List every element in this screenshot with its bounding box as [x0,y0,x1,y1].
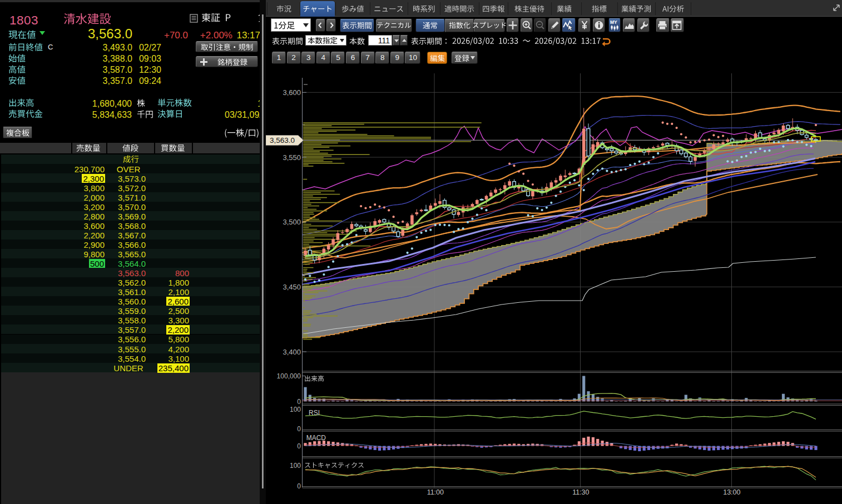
svg-text:RSI: RSI [309,409,320,417]
svg-text:0: 0 [297,398,301,406]
svg-text:3,600: 3,600 [283,88,301,97]
svg-text:MACD: MACD [306,434,326,442]
svg-text:11:30: 11:30 [572,488,589,496]
svg-text:3,400: 3,400 [283,348,301,356]
svg-text:0: 0 [297,482,301,490]
svg-text:100: 100 [290,462,301,470]
svg-text:3,550: 3,550 [283,153,301,162]
svg-text:0: 0 [297,442,301,450]
svg-text:MY: MY [610,19,617,25]
svg-text:11:00: 11:00 [427,488,444,496]
svg-text:100: 100 [290,406,301,413]
svg-text:0: 0 [297,425,301,433]
svg-text:3,500: 3,500 [283,218,301,226]
svg-text:3,450: 3,450 [283,283,301,291]
svg-text:13:00: 13:00 [723,488,740,496]
svg-text:3,563.0: 3,563.0 [270,136,295,144]
svg-text:100,000: 100,000 [277,372,301,380]
